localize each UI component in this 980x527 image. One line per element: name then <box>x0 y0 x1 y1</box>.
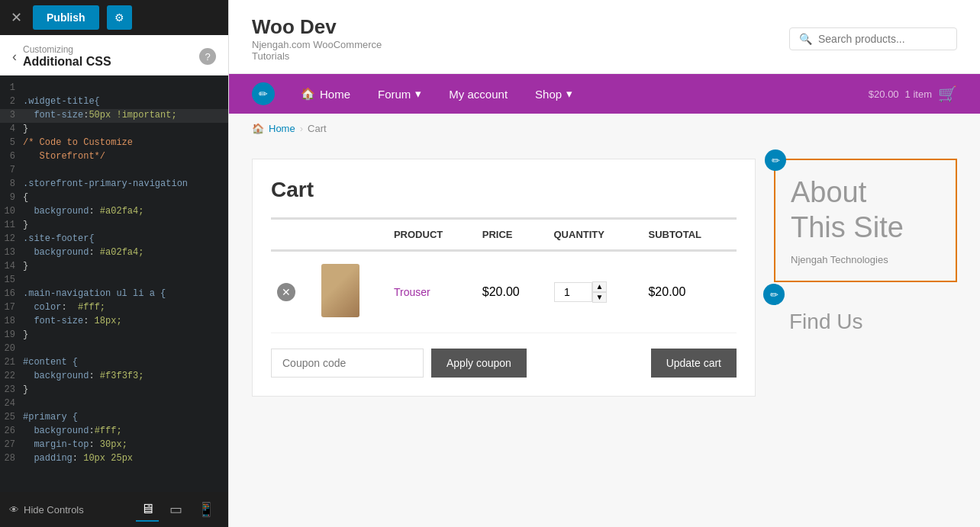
home-nav-icon: 🏠 <box>301 87 315 101</box>
code-line: 16.main-navigation ul li a { <box>0 288 228 301</box>
coupon-input[interactable] <box>271 349 424 378</box>
settings-button[interactable]: ⚙ <box>107 5 132 30</box>
code-line: 19} <box>0 329 228 342</box>
cart-icon: 🛒 <box>938 85 957 103</box>
site-subtitle-2: Tutorials <box>252 50 382 62</box>
search-box[interactable]: 🔍 <box>789 27 957 50</box>
code-line: 11} <box>0 219 228 233</box>
code-line: 4} <box>0 123 228 137</box>
site-subtitle-1: Njengah.com WooCommerce <box>252 39 382 50</box>
code-line: 3 font-size:50px !important; <box>0 109 228 123</box>
col-subtotal: Subtotal <box>642 219 737 251</box>
nav-edit-icon[interactable]: ✏ <box>252 82 275 105</box>
product-price: $20.00 <box>476 251 548 333</box>
quantity-input[interactable] <box>554 282 592 302</box>
code-line: 24 <box>0 397 228 411</box>
product-subtotal: $20.00 <box>642 251 737 333</box>
help-icon[interactable]: ? <box>199 48 216 65</box>
qty-up-button[interactable]: ▲ <box>592 281 608 292</box>
find-us-edit-icon[interactable]: ✏ <box>763 284 785 305</box>
product-link[interactable]: Trouser <box>394 286 430 298</box>
code-line: 20 <box>0 342 228 356</box>
breadcrumb-separator: › <box>300 123 303 134</box>
cart-section: Cart Product Price Quantity Subtotal ✕ T… <box>252 159 756 397</box>
forum-dropdown-icon: ▾ <box>415 87 421 101</box>
code-line: 17 color: #fff; <box>0 301 228 315</box>
col-quantity: Quantity <box>548 219 643 251</box>
sidebar: ✏ AboutThis Site Njengah Technologies ✏ … <box>774 159 957 349</box>
shop-dropdown-icon: ▾ <box>566 87 572 101</box>
code-line: 2.widget-title{ <box>0 95 228 109</box>
col-price: Price <box>476 219 548 251</box>
nav-item-home[interactable]: 🏠 Home <box>287 74 364 114</box>
update-cart-button[interactable]: Update cart <box>651 349 737 378</box>
desktop-view-button[interactable]: 🖥 <box>136 498 159 522</box>
quantity-wrapper: ▲ ▼ <box>554 281 637 303</box>
hide-controls-button[interactable]: 👁 Hide Controls <box>9 504 84 516</box>
code-line: 8.storefront-primary-navigation <box>0 178 228 191</box>
about-title: AboutThis Site <box>791 175 940 245</box>
breadcrumb-home-link[interactable]: Home <box>269 123 295 134</box>
remove-item-button[interactable]: ✕ <box>277 283 295 301</box>
preview-panel: Woo Dev Njengah.com WooCommerce Tutorial… <box>229 0 980 527</box>
home-breadcrumb-icon: 🏠 <box>252 123 264 134</box>
cart-title: Cart <box>271 178 737 202</box>
breadcrumb-current: Cart <box>308 123 327 134</box>
code-line: 5/* Code to Customize <box>0 137 228 150</box>
close-button[interactable]: ✕ <box>8 6 25 29</box>
apply-coupon-button[interactable]: Apply coupon <box>431 349 527 378</box>
cart-nav-area[interactable]: $20.00 1 item 🛒 <box>869 85 957 103</box>
css-editor[interactable]: 12.widget-title{3 font-size:50px !import… <box>0 76 228 492</box>
product-image <box>321 264 359 317</box>
code-line: 26 background:#fff; <box>0 425 228 439</box>
code-line: 28 padding: 10px 25px <box>0 452 228 466</box>
breadcrumb: 🏠 Home › Cart <box>229 114 980 143</box>
code-line: 10 background: #a02fa4; <box>0 205 228 219</box>
code-line: 6 Storefront*/ <box>0 150 228 164</box>
code-line: 23} <box>0 384 228 397</box>
col-product: Product <box>388 219 476 251</box>
back-button[interactable]: ‹ <box>12 49 17 65</box>
code-line: 12.site-footer{ <box>0 233 228 246</box>
nav-item-forum[interactable]: Forum ▾ <box>364 74 435 114</box>
code-line: 1 <box>0 82 228 95</box>
code-line: 14} <box>0 260 228 274</box>
eye-icon: 👁 <box>9 504 19 516</box>
cart-amount: $20.00 <box>869 88 899 100</box>
mobile-view-button[interactable]: 📱 <box>193 498 219 522</box>
cart-table: Product Price Quantity Subtotal ✕ Trouse… <box>271 217 737 333</box>
site-nav: ✏ 🏠 Home Forum ▾ My account Shop ▾ $20.0… <box>229 74 980 114</box>
code-line: 21#content { <box>0 356 228 370</box>
cart-item-count: 1 item <box>905 88 932 100</box>
code-line: 7 <box>0 164 228 178</box>
nav-item-my-account[interactable]: My account <box>435 74 521 114</box>
customizer-top-bar: ✕ Publish ⚙ <box>0 0 228 35</box>
section-title: Additional CSS <box>23 55 111 69</box>
search-icon: 🔍 <box>799 33 812 45</box>
code-line: 15 <box>0 274 228 288</box>
site-header: Woo Dev Njengah.com WooCommerce Tutorial… <box>229 0 980 74</box>
code-line: 25#primary { <box>0 411 228 425</box>
find-us-widget: ✏ Find Us <box>774 294 957 349</box>
customizing-label: Customizing <box>23 44 111 55</box>
about-edit-icon[interactable]: ✏ <box>765 149 786 171</box>
code-line: 22 background: #f3f3f3; <box>0 370 228 384</box>
tablet-view-button[interactable]: ▭ <box>165 498 187 522</box>
bottom-bar: 👁 Hide Controls 🖥 ▭ 📱 <box>0 492 228 527</box>
code-line: 13 background: #a02fa4; <box>0 246 228 260</box>
col-product-img <box>315 219 388 251</box>
code-line: 9{ <box>0 191 228 205</box>
find-us-title: Find Us <box>789 310 942 334</box>
table-row: ✕ Trouser $20.00 ▲ ▼ $20.00 <box>271 251 737 333</box>
publish-button[interactable]: Publish <box>33 5 99 30</box>
code-line: 18 font-size: 18px; <box>0 315 228 329</box>
qty-down-button[interactable]: ▼ <box>592 292 608 303</box>
njengah-technologies-label: Njengah Technologies <box>791 254 940 265</box>
about-widget: ✏ AboutThis Site Njengah Technologies <box>774 159 957 282</box>
panel-header: ‹ Customizing Additional CSS ? <box>0 35 228 76</box>
nav-item-shop[interactable]: Shop ▾ <box>521 74 586 114</box>
search-input[interactable] <box>818 33 947 45</box>
main-content: Cart Product Price Quantity Subtotal ✕ T… <box>229 143 980 412</box>
customizer-panel: ✕ Publish ⚙ ‹ Customizing Additional CSS… <box>0 0 229 527</box>
site-title: Woo Dev <box>252 15 382 39</box>
